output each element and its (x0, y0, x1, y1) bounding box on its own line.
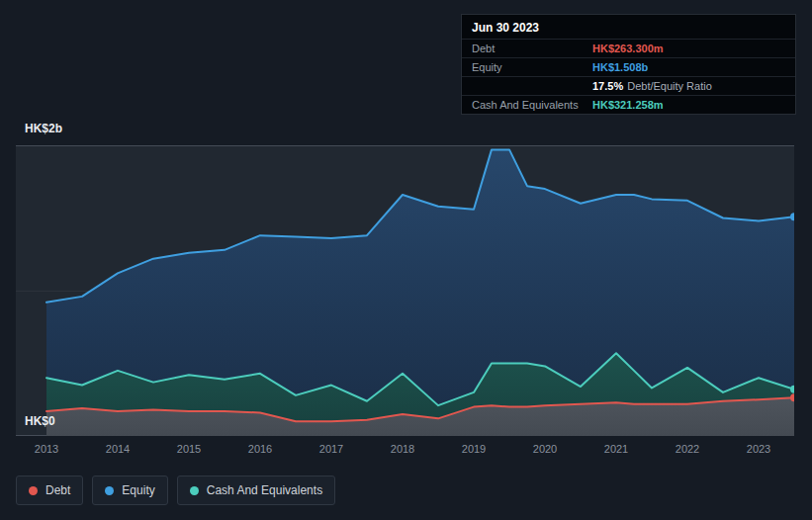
x-axis-tick-2013: 2013 (35, 443, 58, 455)
x-axis-tick-2022: 2022 (676, 443, 699, 455)
tooltip-debt-row: Debt HK$263.300m (462, 39, 795, 57)
tooltip-ratio-value: 17.5% (592, 80, 623, 92)
x-axis-tick-2015: 2015 (177, 443, 201, 455)
chart-svg (16, 145, 794, 436)
tooltip-ratio-row: 17.5%Debt/Equity Ratio (462, 76, 795, 95)
x-axis-tick-2014: 2014 (106, 443, 130, 455)
debt-legend-dot-icon (29, 486, 38, 495)
x-axis-tick-2019: 2019 (462, 443, 486, 455)
x-axis-tick-2018: 2018 (391, 443, 414, 455)
tooltip-card: Jun 30 2023 Debt HK$263.300m Equity HK$1… (461, 14, 796, 115)
x-axis-tick-2017: 2017 (319, 443, 343, 455)
tooltip-cash-value: HK$321.258m (592, 99, 664, 111)
legend-item-cash[interactable]: Cash And Equivalents (177, 476, 335, 505)
tooltip-equity-value: HK$1.508b (592, 61, 648, 73)
tooltip-date: Jun 30 2023 (462, 15, 795, 39)
tooltip-cash-row: Cash And Equivalents HK$321.258m (462, 95, 795, 114)
tooltip-debt-label: Debt (472, 43, 592, 54)
x-axis-tick-2021: 2021 (604, 443, 628, 455)
y-axis-label-top: HK$2b (25, 122, 62, 135)
cash-legend-dot-icon (190, 486, 199, 495)
y-axis-label-bottom: HK$0 (25, 414, 55, 428)
legend-label-debt: Debt (45, 483, 70, 497)
legend-item-debt[interactable]: Debt (16, 476, 83, 505)
x-axis: 2013201420152016201720182019202020212022… (16, 443, 794, 457)
legend-label-equity: Equity (122, 483, 154, 497)
tooltip-equity-label: Equity (472, 61, 592, 73)
legend: Debt Equity Cash And Equivalents (16, 476, 335, 505)
equity-legend-dot-icon (105, 486, 114, 495)
legend-item-equity[interactable]: Equity (92, 476, 167, 505)
tooltip-debt-value: HK$263.300m (592, 43, 664, 54)
x-axis-tick-2020: 2020 (533, 443, 557, 455)
tooltip-equity-row: Equity HK$1.508b (462, 57, 795, 76)
chart-plot-area[interactable] (16, 145, 794, 436)
tooltip-ratio-text: Debt/Equity Ratio (627, 80, 712, 92)
x-axis-tick-2016: 2016 (248, 443, 272, 455)
tooltip-cash-label: Cash And Equivalents (472, 99, 592, 111)
debt-equity-history-chart: Jun 30 2023 Debt HK$263.300m Equity HK$1… (0, 0, 812, 520)
x-axis-tick-2023: 2023 (747, 443, 770, 455)
legend-label-cash: Cash And Equivalents (207, 483, 322, 497)
